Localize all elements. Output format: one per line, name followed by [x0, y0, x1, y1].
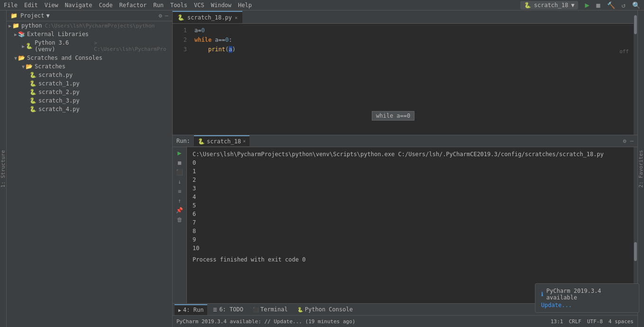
favorites-label[interactable]: 2: Favorites	[638, 150, 644, 187]
code-line-3: print(a)	[194, 45, 634, 54]
notification-title: ℹ PyCharm 2019.3.4 available	[541, 288, 633, 301]
rerun-button[interactable]: ↺	[622, 1, 626, 9]
console-command-line: C:\Users\lsh\PycharmProjects\python\venv…	[193, 150, 628, 159]
output-8: 8	[193, 227, 628, 235]
menu-run[interactable]: Run	[153, 2, 164, 9]
tree-item-scratch-py[interactable]: 🐍 scratch.py	[7, 71, 172, 79]
soft-wrap-icon[interactable]: ≡	[178, 188, 181, 195]
console-toolbar: ▶ ■ ⬛ ↓ ≡ ↑ 📌 🗑	[173, 147, 187, 303]
structure-label[interactable]: 1: Structure	[0, 150, 6, 187]
notification-icon: ℹ	[541, 291, 543, 298]
menu-view[interactable]: View	[45, 2, 58, 9]
editor-tab-close[interactable]: ×	[235, 15, 238, 20]
project-dropdown-icon[interactable]: ▼	[46, 12, 50, 19]
run-button[interactable]: ▶	[585, 0, 589, 9]
footer-tab-run[interactable]: ▶ 4: Run	[175, 304, 207, 315]
menu-file[interactable]: File	[4, 2, 18, 9]
run-minimize-icon[interactable]: —	[630, 138, 634, 144]
encoding: UTF-8	[587, 318, 603, 325]
code-line-1: a=0	[194, 26, 634, 35]
stop-console-icon[interactable]: ■	[178, 159, 181, 166]
run-label: Run:	[176, 138, 190, 144]
tree-item-python[interactable]: ▶ 📁 python C:\Users\lsh\PycharmProjects\…	[7, 21, 172, 30]
scroll-up-icon[interactable]: ↑	[178, 197, 181, 204]
editor-scrollbar[interactable]	[634, 10, 637, 135]
structure-sidebar: 1: Structure	[0, 10, 7, 327]
project-settings-icon[interactable]: ⚙	[159, 12, 162, 19]
menu-vcs[interactable]: VCS	[194, 2, 204, 9]
menu-help[interactable]: Help	[238, 2, 252, 9]
indent: 4 spaces	[608, 318, 634, 325]
run-tab-close[interactable]: ×	[243, 139, 246, 144]
menu-refactor[interactable]: Refactor	[119, 2, 147, 9]
tree-item-scratch1-py[interactable]: 🐍 scratch_1.py	[7, 79, 172, 88]
run-tab-icons: ⚙ —	[623, 138, 634, 144]
tree-item-scratches-folder[interactable]: ▼ 📂 Scratches	[7, 62, 172, 71]
tree-item-ext-libs[interactable]: ▶ 📚 External Libraries	[7, 30, 172, 38]
pin-icon[interactable]: 📌	[176, 207, 183, 214]
run-config-dropdown-icon: ▼	[571, 2, 574, 9]
app-window: File Edit View Navigate Code Refactor Ru…	[0, 0, 644, 327]
console-output: C:\Users\lsh\PycharmProjects\python\venv…	[187, 147, 634, 303]
run-tab-icon: 🐍	[198, 138, 205, 145]
python-console-footer-icon: 🐍	[297, 307, 303, 312]
editor-area: 🐍 scratch_18.py × 1 2 3	[173, 10, 634, 135]
todo-footer-icon: ☰	[213, 307, 217, 312]
output-1: 1	[193, 167, 628, 176]
run-footer-label: 4: Run	[183, 307, 203, 313]
folder-icon: 📁	[10, 12, 18, 19]
project-minimize-icon[interactable]: —	[165, 12, 168, 19]
menu-tools[interactable]: Tools	[170, 2, 187, 9]
process-finished-message: Process finished with exit code 0	[193, 255, 628, 264]
cursor-position: 13:1	[551, 318, 563, 325]
python-console-footer-label: Python Console	[305, 306, 353, 313]
output-2: 2	[193, 176, 628, 184]
footer-tab-terminal[interactable]: ⬛ Terminal	[249, 304, 292, 315]
menu-edit[interactable]: Edit	[24, 2, 38, 9]
tree-item-python-venv[interactable]: ▶ 🐍 Python 3.6 (venv) > C:\Users\lsh\Pyc…	[7, 38, 172, 54]
main-body: 1: Structure 📁 Project ▼ ⚙ — ▶ 📁 python	[0, 10, 644, 327]
editor-tabs: 🐍 scratch_18.py ×	[173, 10, 634, 24]
menu-bar: File Edit View Navigate Code Refactor Ru…	[0, 0, 644, 10]
footer-tab-todo[interactable]: ☰ 6: TODO	[209, 304, 247, 315]
editor-tab-scratch18[interactable]: 🐍 scratch_18.py ×	[173, 11, 242, 23]
notification-popup: ℹ PyCharm 2019.3.4 available Update...	[535, 283, 639, 313]
notification-update-link[interactable]: Update...	[541, 302, 633, 308]
tree-item-scratch3-py[interactable]: 🐍 scratch_3.py	[7, 96, 172, 105]
tree-item-scratch4-py[interactable]: 🐍 scratch_4.py	[7, 105, 172, 113]
status-bar: PyCharm 2019.3.4 available: // Update...…	[173, 315, 637, 327]
output-5: 5	[193, 201, 628, 210]
run-tab-scratch18[interactable]: 🐍 scratch_18 ×	[194, 135, 249, 146]
run-play-icon[interactable]: ▶	[177, 149, 181, 157]
console-area: ▶ ■ ⬛ ↓ ≡ ↑ 📌 🗑 C:\Users\lsh\PycharmProj…	[173, 147, 637, 303]
run-tab-bar: Run: 🐍 scratch_18 × ⚙ —	[173, 135, 637, 147]
editor-section: 🐍 scratch_18.py × 1 2 3	[173, 10, 637, 135]
tree-item-scratches-consoles[interactable]: ▼ 📂 Scratches and Consoles	[7, 54, 172, 62]
status-message: PyCharm 2019.3.4 available: // Update...…	[176, 318, 545, 325]
console-scrollbar[interactable]	[634, 147, 637, 303]
project-header-icons: ⚙ —	[159, 12, 168, 19]
stop-button[interactable]: ■	[596, 1, 600, 9]
menu-code[interactable]: Code	[99, 2, 113, 9]
off-label: off	[619, 48, 629, 55]
menu-window[interactable]: Window	[211, 2, 231, 9]
menu-navigate[interactable]: Navigate	[65, 2, 92, 9]
favorites-sidebar: 2: Favorites	[637, 10, 644, 327]
build-button[interactable]: 🔨	[607, 1, 615, 9]
clear-icon[interactable]: 🗑	[177, 216, 183, 223]
footer-tab-python-console[interactable]: 🐍 Python Console	[294, 304, 357, 315]
output-10: 10	[193, 244, 628, 252]
editor-tab-label: scratch_18.py	[187, 14, 232, 21]
todo-footer-label: 6: TODO	[219, 306, 243, 313]
line-numbers: 1 2 3	[173, 26, 192, 133]
output-6: 6	[193, 210, 628, 218]
run-settings-icon[interactable]: ⚙	[623, 138, 626, 144]
scroll-down-icon[interactable]: ↓	[178, 178, 181, 185]
project-title: Project ▼	[20, 12, 156, 19]
run-config-selector[interactable]: 🐍 scratch_18 ▼	[520, 1, 578, 9]
output-4: 4	[193, 193, 628, 201]
tree-item-scratch2-py[interactable]: 🐍 scratch_2.py	[7, 88, 172, 96]
rerun-console-icon[interactable]: ⬛	[176, 169, 183, 176]
search-button[interactable]: 🔍	[632, 1, 640, 9]
project-panel: 📁 Project ▼ ⚙ — ▶ 📁 python C:\Users\lsh\…	[7, 10, 173, 327]
